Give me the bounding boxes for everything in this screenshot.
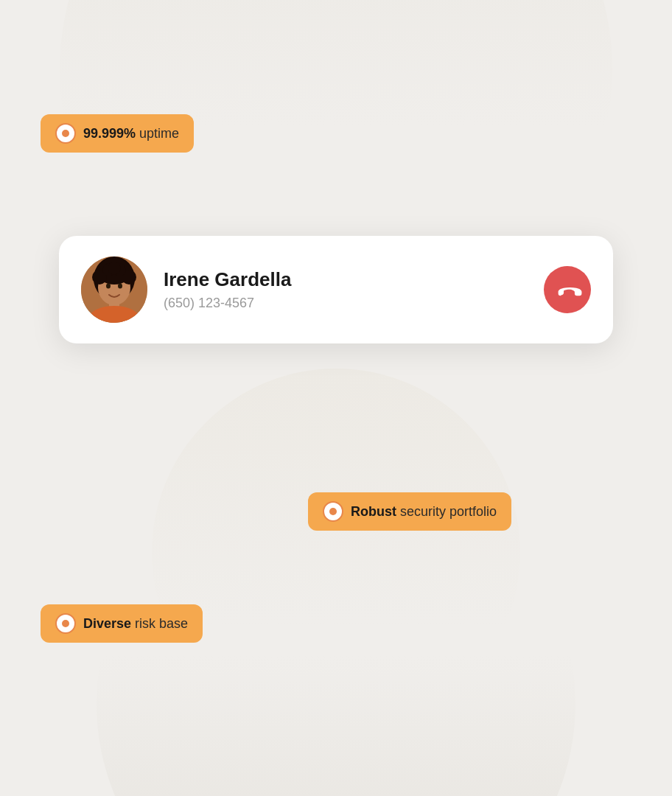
phone-icon [550, 272, 584, 307]
security-dot-ring [323, 501, 343, 522]
uptime-bold: 99.999% [83, 126, 136, 141]
uptime-badge: 99.999% uptime [41, 114, 194, 153]
call-card: Irene Gardella (650) 123-4567 [59, 236, 613, 343]
diverse-dot-ring [55, 613, 76, 634]
avatar [81, 256, 147, 323]
uptime-dot-ring [55, 123, 76, 144]
svg-point-11 [106, 284, 111, 289]
caller-name: Irene Gardella [164, 268, 528, 291]
security-text: Robust security portfolio [351, 504, 497, 520]
diverse-badge: Diverse risk base [41, 604, 203, 643]
diverse-dot [62, 620, 69, 627]
caller-info: Irene Gardella (650) 123-4567 [164, 268, 528, 311]
diverse-text: Diverse risk base [83, 616, 188, 632]
svg-point-12 [118, 284, 122, 289]
security-bold: Robust [351, 504, 396, 519]
uptime-text: 99.999% uptime [83, 126, 179, 142]
end-call-button[interactable] [544, 266, 591, 313]
security-badge: Robust security portfolio [308, 492, 511, 531]
uptime-regular: uptime [136, 126, 179, 141]
diverse-bold: Diverse [83, 616, 131, 631]
caller-phone: (650) 123-4567 [164, 296, 528, 311]
uptime-dot [62, 130, 69, 137]
svg-point-8 [108, 262, 121, 275]
background-arc-mid [152, 369, 520, 737]
diverse-regular: risk base [131, 616, 188, 631]
security-regular: security portfolio [396, 504, 497, 519]
security-dot [329, 508, 337, 515]
